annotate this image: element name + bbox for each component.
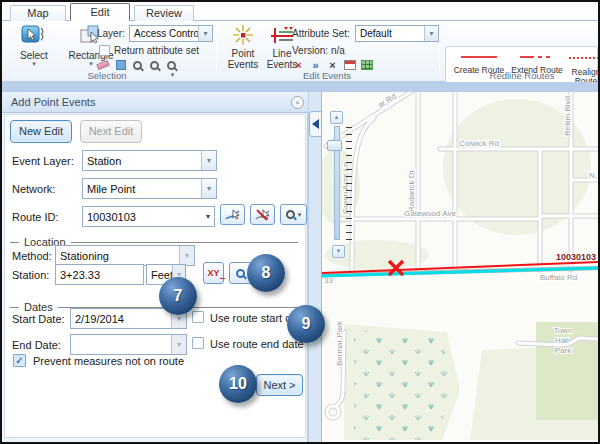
tab-review[interactable]: Review <box>134 5 194 21</box>
station-label: Station: <box>12 269 49 281</box>
zoom-slider-thumb[interactable] <box>327 140 342 151</box>
application-window: Map Edit Review Select ▾ Rectangle ▾ <box>0 0 600 444</box>
edit-events-group-label: Edit Events <box>282 70 372 81</box>
panel-header: Add Point Events <box>2 92 308 113</box>
clear-route-selection-button[interactable] <box>250 204 275 225</box>
callout-10: 10 <box>219 365 257 403</box>
colwick-label: Colwick Rd <box>459 139 499 148</box>
chevron-down-icon: ▾ <box>424 26 438 41</box>
point-events-button[interactable]: Point Events <box>224 24 262 70</box>
chevron-down-icon: ▾ <box>8 61 60 66</box>
next-button[interactable]: Next > <box>256 374 303 396</box>
close-icon[interactable]: × <box>291 96 304 109</box>
event-layer-label: Event Layer: <box>12 155 74 167</box>
select-route-on-map-button[interactable] <box>220 204 245 225</box>
map-canvas[interactable]: ar Rd Green Acre Ln Radarick Dr Colwick … <box>322 92 598 440</box>
ribbon: Select ▾ Rectangle ▾ Layer: Access Contr… <box>2 21 598 82</box>
network-label: Network: <box>12 183 55 195</box>
solid-line-icon <box>461 56 497 58</box>
radarick-label: Radarick Dr <box>407 169 416 212</box>
prevent-measures-label: Prevent measures not on route <box>33 355 184 367</box>
zoom-slider-ticks <box>346 127 352 240</box>
search-icon <box>236 269 245 278</box>
tab-edit[interactable]: Edit <box>70 3 130 21</box>
layer-label: Layer: <box>97 28 125 39</box>
dock-band <box>2 82 598 92</box>
network-select[interactable]: Mile Point ▾ <box>82 178 217 199</box>
panel-title: Add Point Events <box>11 96 95 108</box>
zoom-out-button[interactable]: ▼ <box>332 245 345 258</box>
callout-8: 8 <box>247 254 285 292</box>
bermar-park-label: Bermar Park <box>335 320 344 366</box>
ribbon-tab-strip: Map Edit Review <box>2 2 598 21</box>
version-label: Version: n/a <box>292 45 345 56</box>
selection-options-icon[interactable]: ▾ <box>165 59 180 74</box>
event-layer-select[interactable]: Station ▾ <box>82 150 217 171</box>
point-events-icon <box>232 24 254 46</box>
attribute-set-label: Attribute Set: <box>292 28 350 39</box>
n-road-label: N <box>589 171 595 180</box>
callout-9: 9 <box>287 305 325 343</box>
route-pick-icon <box>225 208 240 222</box>
callout-7: 7 <box>159 277 197 315</box>
marsh-symbols <box>354 330 452 440</box>
station-input[interactable]: 3+23.33 <box>55 264 144 285</box>
start-date-label: Start Date: <box>12 313 65 325</box>
arrow-up-icon: ▲ <box>334 114 340 120</box>
town-label: Town <box>554 326 573 335</box>
chevron-down-icon: ▾ <box>201 151 216 170</box>
chevron-down-icon: ▾ <box>201 179 216 198</box>
end-date-input[interactable]: ▾ <box>70 334 187 355</box>
group-separator <box>216 24 217 70</box>
chevron-down-icon: ▾ <box>198 26 212 41</box>
end-date-label: End Date: <box>12 339 61 351</box>
method-select[interactable]: Stationing ▾ <box>55 245 195 266</box>
chevron-down-icon: ▾ <box>171 335 186 354</box>
search-icon <box>286 210 295 219</box>
route-id-label: Route ID: <box>12 211 58 223</box>
return-attribute-set-checkbox[interactable]: ✓ <box>99 45 110 56</box>
chevron-down-icon: ▾ <box>206 207 210 226</box>
zoom-in-button[interactable]: ▲ <box>330 111 343 124</box>
attribute-set-select[interactable]: Default ▾ <box>355 25 439 42</box>
layer-select[interactable]: Access Control ▾ <box>129 25 213 42</box>
gatewood-label: Gatewood Ave <box>404 209 456 218</box>
route-id-combo[interactable]: 10030103 ▾ <box>82 206 215 227</box>
route-search-button[interactable]: ▾ <box>280 204 307 225</box>
selection-group-label: Selection <box>62 70 152 81</box>
prevent-measures-checkbox[interactable]: ✓ <box>13 354 26 367</box>
map-container: ar Rd Green Acre Ln Radarick Dr Colwick … <box>322 92 598 440</box>
tab-map[interactable]: Map <box>10 5 66 21</box>
route-number-label: 10030103 <box>556 252 596 262</box>
rellim-label: Rellim Blvd <box>563 96 572 136</box>
park-label: Park <box>555 346 572 355</box>
use-route-end-date-checkbox[interactable]: ✓ <box>192 337 204 349</box>
return-attribute-set-label: Return attribute set <box>114 45 199 56</box>
chevron-down-icon: ▾ <box>298 211 302 219</box>
next-edit-button[interactable]: Next Edit <box>80 120 142 143</box>
dotted-line-icon <box>569 57 600 59</box>
arrow-down-icon: ▼ <box>336 248 342 254</box>
collapse-panel-button[interactable] <box>309 111 322 137</box>
hall-label: Hall <box>555 336 569 345</box>
xy-locate-button[interactable]: XY <box>203 262 224 284</box>
group-separator <box>439 24 440 70</box>
new-edit-button[interactable]: New Edit <box>10 120 72 143</box>
method-label: Method: <box>12 250 52 262</box>
chevron-down-icon: ▾ <box>165 72 180 77</box>
select-tool-icon <box>21 24 47 48</box>
select-button[interactable]: Select ▾ <box>8 24 60 66</box>
use-route-end-date-label: Use route end date <box>210 338 304 350</box>
buffalo-label: Buffalo Rd <box>540 273 577 282</box>
route-pick-clear-icon <box>255 208 270 222</box>
line-events-icon <box>270 24 294 46</box>
redline-routes-group-label: Redline Routes <box>472 70 572 81</box>
dash-dot-line-icon <box>520 56 554 58</box>
panel-splitter[interactable] <box>308 92 322 442</box>
collapse-left-icon <box>312 119 319 129</box>
use-route-start-date-checkbox[interactable]: ✓ <box>192 311 204 323</box>
chevron-down-icon: ▾ <box>179 246 194 265</box>
